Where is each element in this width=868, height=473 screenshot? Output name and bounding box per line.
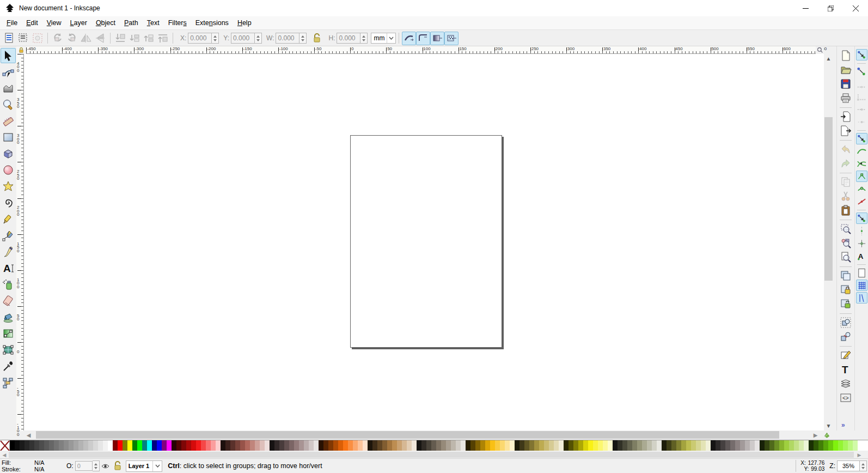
color-swatch[interactable] [343,440,348,451]
star-tool[interactable] [1,179,16,194]
create-clone-button[interactable] [839,283,852,296]
color-swatch[interactable] [652,440,657,451]
vertical-scroll-thumb[interactable] [824,117,833,281]
color-swatch[interactable] [323,440,328,451]
color-swatch[interactable] [284,440,289,451]
color-swatch[interactable] [475,440,480,451]
color-swatch[interactable] [451,440,456,451]
eraser-tool[interactable] [1,293,16,308]
color-swatch[interactable] [701,440,706,451]
color-swatch[interactable] [559,440,564,451]
scroll-right-icon[interactable]: ▶ [811,430,820,439]
h-input[interactable] [337,33,360,44]
menu-file[interactable]: File [2,17,22,29]
snap-enable-toggle[interactable] [856,49,867,60]
deselect-button[interactable] [30,32,45,45]
color-swatch[interactable] [814,440,818,451]
color-swatch[interactable] [54,440,59,451]
x-spinner[interactable] [212,33,219,44]
group-objects-button[interactable] [839,316,852,329]
color-swatch[interactable] [490,440,495,451]
color-swatch[interactable] [132,440,137,451]
fill-stroke-dialog-button[interactable] [839,349,852,362]
color-swatch[interactable] [201,440,206,451]
menu-help[interactable]: Help [233,17,256,29]
color-swatch[interactable] [172,440,176,451]
color-swatch[interactable] [569,440,573,451]
color-swatch[interactable] [123,440,127,451]
menu-layer[interactable]: Layer [66,17,91,29]
y-spinner[interactable] [255,33,262,44]
color-swatch[interactable] [314,440,319,451]
horizontal-scroll-thumb[interactable] [36,431,779,439]
color-swatch[interactable] [828,440,833,451]
color-swatch[interactable] [245,440,250,451]
color-swatch[interactable] [765,440,769,451]
color-swatch[interactable] [823,440,828,451]
canvas[interactable] [24,54,824,430]
color-swatch[interactable] [774,440,779,451]
color-swatch[interactable] [588,440,593,451]
node-editor-tool[interactable] [1,64,16,80]
color-swatch[interactable] [534,440,539,451]
w-input[interactable] [276,33,299,44]
export-image-button[interactable] [839,124,852,137]
snap-to-path-intersections-toggle[interactable] [856,158,867,169]
pencil-tool[interactable] [1,211,16,227]
x-input[interactable] [188,33,212,44]
color-swatch[interactable] [647,440,652,451]
color-swatch[interactable] [760,440,765,451]
color-swatch[interactable] [529,440,534,451]
color-swatch[interactable] [235,440,240,451]
lock-guides-toggle[interactable] [16,46,26,54]
color-swatch[interactable] [466,440,470,451]
snap-bbox-edges-toggle[interactable] [856,78,867,90]
color-swatch[interactable] [495,440,500,451]
raise-one-step-button[interactable] [142,32,156,45]
opacity-input[interactable] [75,461,93,471]
vertical-ruler[interactable]: 400350300250200150100500-50-100 [16,54,24,430]
color-swatch[interactable] [794,440,799,451]
scale-corners-toggle-button[interactable] [416,32,430,45]
minimize-button[interactable] [793,0,818,16]
color-swatch[interactable] [613,440,618,451]
color-swatch[interactable] [843,440,848,451]
layers-dialog-button[interactable] [839,377,852,390]
layer-lock-icon[interactable] [112,460,124,471]
duplicate-button[interactable] [839,269,852,282]
menu-view[interactable]: View [42,17,66,29]
layer-visibility-icon[interactable] [100,460,112,471]
color-swatch[interactable] [265,440,270,451]
zoom-tool[interactable] [1,97,16,112]
color-swatch[interactable] [69,440,74,451]
rotate-cw-button[interactable] [65,32,79,45]
color-swatch[interactable] [686,440,691,451]
color-swatch[interactable] [461,440,466,451]
h-spinner[interactable] [360,33,368,44]
color-swatch[interactable] [372,440,377,451]
color-swatch[interactable] [294,440,299,451]
color-swatch[interactable] [382,440,387,451]
vertical-scrollbar[interactable]: ▲ ▼ [824,54,833,430]
new-document-button[interactable] [839,49,852,62]
snap-page-border-toggle[interactable] [856,267,867,278]
color-swatch[interactable] [730,440,735,451]
color-swatch[interactable] [667,440,671,451]
snap-rotation-centers-toggle[interactable] [856,238,867,249]
color-swatch[interactable] [113,440,118,451]
raise-to-top-button[interactable] [156,32,170,45]
undo-button[interactable] [839,143,852,156]
color-swatch[interactable] [505,440,510,451]
cut-button[interactable] [839,190,852,203]
menu-filters[interactable]: Filters [164,17,191,29]
copy-button[interactable] [839,175,852,189]
color-swatch[interactable] [578,440,583,451]
color-swatch[interactable] [485,440,490,451]
color-swatch[interactable] [402,440,407,451]
y-input[interactable] [231,33,255,44]
color-swatch[interactable] [260,440,265,451]
color-swatch[interactable] [818,440,823,451]
color-swatch[interactable] [407,440,412,451]
color-swatch[interactable] [162,440,167,451]
color-swatch[interactable] [397,440,402,451]
